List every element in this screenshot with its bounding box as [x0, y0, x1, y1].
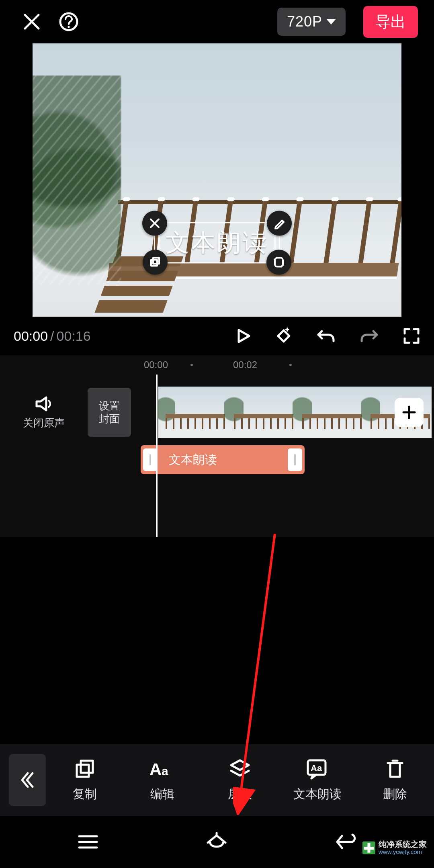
mute-original-button[interactable]: 关闭原声 — [0, 395, 88, 430]
clip-thumb — [158, 387, 227, 438]
current-time: 00:00 — [14, 328, 48, 344]
text-edit-handle[interactable] — [267, 211, 292, 236]
layers-icon — [229, 758, 251, 780]
nav-back-button[interactable] — [334, 833, 357, 851]
resolution-selector[interactable]: 720P — [277, 8, 346, 36]
tool-text-to-speech[interactable]: Aa 文本朗读 — [287, 758, 348, 802]
svg-rect-2 — [151, 260, 157, 266]
svg-text:Aa: Aa — [311, 763, 322, 773]
playback-bar: 00:00 / 00:16 — [0, 317, 434, 355]
back-icon — [334, 833, 357, 851]
play-button[interactable] — [235, 328, 252, 344]
fullscreen-button[interactable] — [403, 327, 420, 345]
watermark-name: 纯净系统之家 — [379, 840, 427, 849]
video-clip[interactable] — [158, 387, 432, 438]
tool-edit[interactable]: Aa 编辑 — [132, 758, 192, 802]
plus-icon — [401, 405, 417, 420]
tool-label: 复制 — [73, 786, 97, 802]
export-button[interactable]: 导出 — [363, 6, 418, 38]
text-edit-icon: Aa — [149, 758, 175, 780]
playhead[interactable] — [156, 375, 158, 537]
mute-label: 关闭原声 — [23, 416, 65, 430]
preview-tree — [33, 76, 121, 285]
ruler-dot — [190, 364, 193, 366]
svg-rect-5 — [77, 765, 89, 777]
nav-home-button[interactable] — [205, 832, 229, 852]
text-scale-handle[interactable] — [266, 250, 291, 275]
menu-icon — [77, 833, 99, 851]
text-overlay-box[interactable]: 文本朗读 — [154, 222, 280, 264]
tool-label: 编辑 — [150, 786, 174, 802]
copy-icon — [74, 758, 96, 780]
tool-label: 文本朗读 — [293, 786, 342, 802]
help-button[interactable] — [59, 12, 79, 32]
svg-rect-3 — [153, 258, 159, 264]
text-overlay-label: 文本朗读 — [166, 229, 268, 256]
svg-text:a: a — [162, 764, 168, 778]
total-time: 00:16 — [57, 328, 91, 344]
home-icon — [205, 832, 229, 852]
svg-rect-6 — [81, 761, 93, 773]
clip-thumb — [227, 387, 295, 438]
ruler-dot — [289, 364, 292, 366]
text-track-row: 文本朗读 — [0, 445, 434, 477]
trash-icon — [385, 758, 405, 780]
tool-layer[interactable]: 层级 — [210, 758, 270, 802]
svg-text:A: A — [149, 760, 162, 779]
text-copy-handle[interactable] — [143, 250, 168, 275]
text-delete-handle[interactable] — [142, 211, 167, 236]
nav-menu-button[interactable] — [77, 833, 99, 851]
watermark: 纯净系统之家 www.ycwjty.com — [362, 840, 427, 855]
video-track-row: 关闭原声 设置 封面 — [0, 387, 434, 438]
keyframe-button[interactable] — [275, 327, 293, 345]
toolbar-back-button[interactable] — [9, 754, 46, 806]
clip-handle-right[interactable] — [288, 448, 302, 471]
redo-button[interactable] — [359, 327, 379, 345]
tool-copy[interactable]: 复制 — [55, 758, 115, 802]
svg-point-1 — [68, 26, 70, 28]
speaker-icon — [34, 395, 53, 413]
text-clip-label: 文本朗读 — [169, 452, 217, 468]
top-bar: 720P 导出 — [0, 0, 434, 43]
video-preview[interactable]: 文本朗读 — [33, 43, 401, 317]
timeline[interactable]: 00:00 00:02 关闭原声 设置 封面 文本朗读 — [0, 355, 434, 537]
tool-label: 删除 — [383, 786, 407, 802]
chevron-down-icon — [326, 19, 336, 25]
watermark-logo-icon — [362, 841, 375, 854]
chevron-double-left-icon — [20, 771, 35, 789]
close-button[interactable] — [23, 12, 41, 31]
timeline-ruler[interactable]: 00:00 00:02 — [0, 355, 434, 375]
cover-line1: 设置 — [99, 399, 120, 413]
clip-thumb — [295, 387, 363, 438]
tool-label: 层级 — [228, 786, 252, 802]
add-clip-button[interactable] — [395, 398, 424, 427]
undo-button[interactable] — [316, 327, 336, 345]
clip-handle-left[interactable] — [143, 448, 158, 471]
set-cover-button[interactable]: 设置 封面 — [88, 388, 131, 437]
watermark-url: www.ycwjty.com — [379, 849, 427, 855]
ruler-time-0: 00:00 — [144, 359, 168, 371]
edit-toolbar: 复制 Aa 编辑 层级 Aa 文本朗读 删除 — [0, 744, 434, 816]
resolution-label: 720P — [287, 13, 322, 30]
ruler-time-1: 00:02 — [233, 359, 257, 371]
tool-delete[interactable]: 删除 — [365, 758, 425, 802]
text-speech-icon: Aa — [306, 758, 329, 780]
cover-line2: 封面 — [99, 412, 120, 426]
time-separator: / — [50, 328, 54, 344]
clip-track[interactable] — [138, 387, 434, 438]
text-clip[interactable]: 文本朗读 — [141, 445, 305, 474]
